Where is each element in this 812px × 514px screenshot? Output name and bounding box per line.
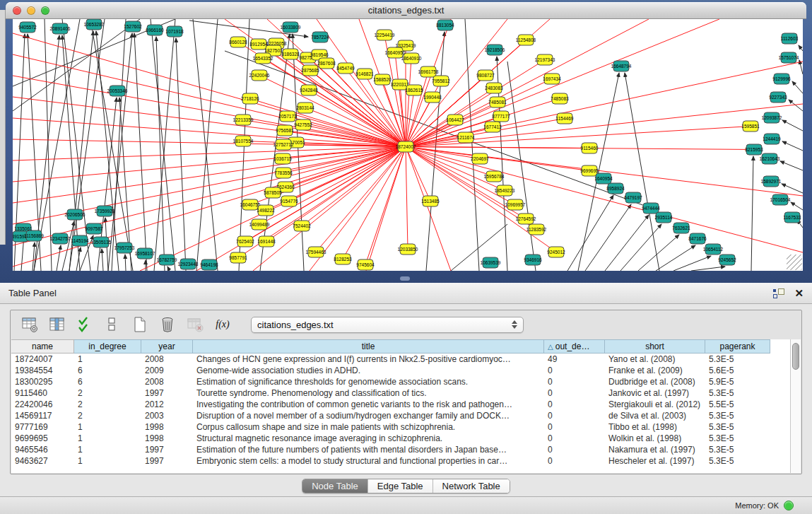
graph-node[interactable]: 1640954 [594,173,613,184]
window-titlebar[interactable]: citations_edges.txt [6,2,806,19]
table-row[interactable]: 977716911998Corpus callosum shape and si… [11,421,790,433]
graph-node[interactable]: 1697434 [543,74,561,84]
graph-node[interactable]: 22420046 [249,70,270,81]
graph-node[interactable]: 1112603 [781,33,799,44]
graph-node[interactable]: 6966160 [146,25,164,35]
graph-node[interactable]: 8454749 [336,63,355,74]
canvas-resize-grip[interactable] [787,255,802,270]
graph-node[interactable]: 2483083 [485,83,503,93]
graph-node[interactable]: 7485083 [551,93,569,104]
column-header-year[interactable]: year [141,339,193,354]
graph-node[interactable]: 9245652 [718,255,736,265]
graph-node[interactable]: 1498222 [257,205,275,216]
graph-node[interactable]: 5878505 [264,187,282,198]
graph-node[interactable]: 8128253 [334,254,352,264]
graph-node[interactable]: 6479197 [624,192,642,203]
graph-node[interactable]: 16640950 [385,47,406,58]
graph-node[interactable]: 1691448 [257,236,276,247]
graph-node[interactable]: 12923448 [178,259,199,269]
graph-node[interactable]: 2875685 [301,65,319,76]
graph-node[interactable]: 12093872 [762,112,782,123]
graph-node[interactable]: 2057173 [278,111,297,122]
scrollbar-thumb[interactable] [792,343,799,370]
graph-node[interactable]: 7524402 [293,221,311,231]
minimize-window-button[interactable] [27,6,35,15]
graph-node[interactable]: 7783556 [274,168,293,178]
table-row[interactable]: 946554611997Estimation of the future num… [11,444,790,455]
table-row[interactable]: 1830029562008Estimation of significance … [11,376,790,387]
function-builder-button[interactable]: f(x) [213,315,232,334]
table-mode-button[interactable] [20,315,39,334]
graph-node[interactable]: 1677413 [483,122,502,132]
graph-node[interactable]: 9146821 [355,69,374,79]
tab-node-table[interactable]: Node Table [302,479,367,493]
graph-node[interactable]: 20206506 [65,209,86,220]
graph-node[interactable]: 17957253 [114,243,135,253]
graph-node[interactable]: 9097587 [85,223,103,234]
table-row[interactable]: 946362711997Embryonic stem cells: a mode… [11,455,790,467]
column-header-name[interactable]: name [11,339,74,354]
delete-column-button[interactable] [158,315,177,334]
graph-node[interactable]: 9808727 [476,70,495,81]
column-header-out_de[interactable]: △out_de… [544,339,605,354]
graph-node[interactable]: 2935114 [655,212,673,223]
graph-node[interactable]: 14099489 [249,219,270,230]
graph-node[interactable]: 1071918 [165,26,184,37]
graph-node[interactable]: 20053346 [107,86,128,96]
network-graph[interactable]: 1872400786601288912954122260581827503165… [13,19,803,271]
graph-node[interactable]: 9245012 [547,247,565,257]
tab-network-table[interactable]: Network Table [433,479,510,493]
float-panel-button[interactable] [773,288,784,298]
graph-node[interactable]: 9474444 [642,203,660,214]
merge-rows-button[interactable] [103,315,122,334]
new-column-button[interactable] [131,315,149,334]
graph-node[interactable]: 10654112 [703,244,724,255]
graph-node[interactable]: 2867608 [317,58,336,69]
graph-node[interactable]: 8215953 [745,144,763,155]
splitter-handle[interactable] [400,276,410,281]
column-header-in_degree[interactable]: in_degree [74,339,141,354]
graph-node[interactable]: 1862615 [405,85,423,95]
network-canvas[interactable]: 1872400786601288912954122260581827503165… [13,19,803,271]
table-row[interactable]: 2242004622012Investigating the contribut… [11,399,790,410]
graph-node[interactable]: 12254419 [375,30,395,40]
graph-node[interactable]: 1211674 [457,132,475,143]
graph-node[interactable]: 8958924 [606,183,625,194]
graph-node[interactable]: 13505135 [91,237,112,247]
graph-node[interactable]: 16543352 [253,53,273,64]
show-columns-button[interactable] [48,315,66,334]
graph-node[interactable]: 11283592 [526,224,547,235]
graph-node[interactable]: 10639539 [481,257,501,268]
graph-node[interactable]: 7625402 [236,236,254,247]
graph-node[interactable]: 12213359 [233,115,254,125]
graph-node[interactable]: 12033850 [398,244,418,255]
graph-node[interactable]: 7632621 [672,223,690,233]
zoom-window-button[interactable] [41,6,49,15]
column-header-title[interactable]: title [193,339,544,354]
graph-node[interactable]: 1154469 [556,113,574,124]
table-row[interactable]: 1456911722003Disruption of a novel membe… [11,410,790,421]
graph-node[interactable]: 9405572 [18,22,37,33]
graph-node[interactable]: 15956784 [484,171,505,182]
graph-node[interactable]: 1145194 [71,235,89,246]
graph-node[interactable]: 8471676 [688,233,707,244]
table-row[interactable]: 911546021997Tourette syndrome. Phenomeno… [11,387,790,399]
graph-node[interactable]: 12764592 [516,214,536,224]
graph-node[interactable]: 16033809 [281,22,301,33]
graph-node[interactable]: 16782759 [157,255,177,265]
graph-node[interactable]: 7955812 [432,76,450,86]
graph-node[interactable]: 8777177 [492,111,510,122]
table-row[interactable]: 969969511998Structural magnetic resonanc… [11,433,790,444]
graph-node[interactable]: 9227343 [769,92,787,103]
graph-node[interactable]: 9745604 [356,259,375,270]
table-row[interactable]: 1872400712008Changes of HCN gene express… [11,354,790,365]
graph-node[interactable]: 8813054 [436,20,454,30]
graph-node[interactable]: 18724007 [396,141,416,152]
graph-node[interactable]: 19218506 [485,45,505,55]
column-header-pagerank[interactable]: pagerank [705,339,770,354]
graph-node[interactable]: 1244419 [763,134,781,144]
table-row[interactable]: 1938455462009Genome-wide association stu… [11,365,790,376]
graph-node[interactable]: 9427552 [294,119,312,130]
graph-node[interactable]: 1588520 [373,74,392,85]
graph-node[interactable]: 9346916 [524,255,542,265]
